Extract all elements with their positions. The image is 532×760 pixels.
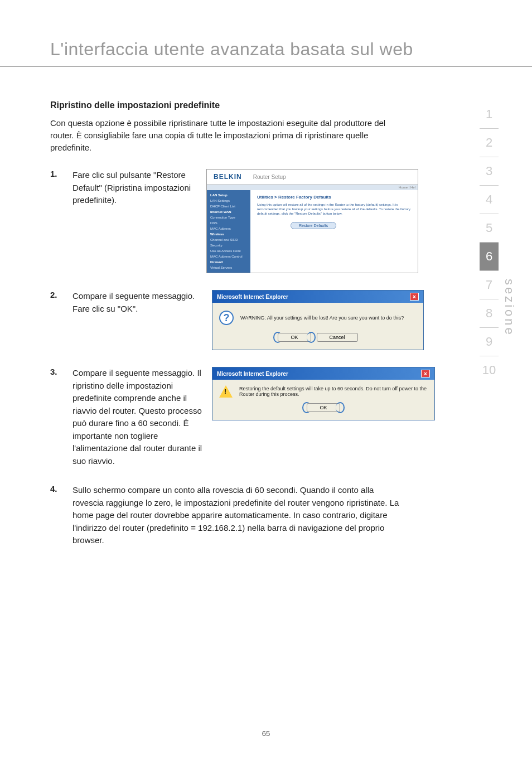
tab-6[interactable]: 6 <box>480 243 499 271</box>
intro-paragraph: Con questa opzione è possibile ripristin… <box>50 117 407 153</box>
sb-conn-type: Connection Type <box>207 215 250 220</box>
close-icon[interactable]: × <box>421 370 430 377</box>
page-title: L'interfaccia utente avanzata basata sul… <box>0 0 532 67</box>
content-area: Ripristino delle impostazioni predefinit… <box>0 100 457 547</box>
section-heading: Ripristino delle impostazioni predefinit… <box>50 100 407 110</box>
step-4-text: Sullo schermo compare un conto alla rove… <box>72 484 407 547</box>
sb-security: Security <box>207 243 250 248</box>
sb-firewall: Firewall <box>207 259 250 265</box>
step-3-text: Compare il seguente messaggio. Il ripris… <box>72 367 212 467</box>
sb-lan-settings: LAN Settings <box>207 198 250 204</box>
ie-warning-dialog: Microsoft Internet Explorer × ? WARNING:… <box>212 290 424 350</box>
ok-button[interactable]: OK <box>307 403 340 412</box>
ie-restore-dialog: Microsoft Internet Explorer × Restoring … <box>212 367 435 420</box>
sb-wireless: Wireless <box>207 231 250 237</box>
highlight-oval-right <box>336 402 345 413</box>
close-icon[interactable]: × <box>410 293 419 301</box>
sb-channel: Channel and SSID <box>207 237 250 243</box>
tab-5[interactable]: 5 <box>480 214 499 243</box>
tab-2[interactable]: 2 <box>480 129 499 157</box>
step-3-number: 3. <box>50 367 72 467</box>
sb-mac-ctrl: MAC Address Control <box>207 254 250 259</box>
router-setup-label: Router Setup <box>249 174 286 180</box>
dialog1-message: WARNING: All your settings will be lost!… <box>240 315 404 321</box>
step-2: 2. Compare il seguente messaggio. Fare c… <box>50 290 407 350</box>
router-setup-screenshot: BELKIN Router Setup Home | Hel LAN Setup… <box>206 169 418 273</box>
tab-8[interactable]: 8 <box>480 299 499 328</box>
step-1-number: 1. <box>50 169 72 207</box>
highlight-oval-right <box>307 332 316 343</box>
step-4: 4. Sullo schermo compare un conto alla r… <box>50 484 407 547</box>
tab-9[interactable]: 9 <box>480 328 499 356</box>
tab-10[interactable]: 10 <box>480 356 499 384</box>
section-tabs: 1 2 3 4 5 6 7 8 9 10 <box>480 100 499 384</box>
sb-wan: Internet WAN <box>207 209 250 215</box>
tab-4[interactable]: 4 <box>480 186 499 214</box>
step-1-text: Fare clic sul pulsante "Restore Default"… <box>72 169 206 207</box>
tab-7[interactable]: 7 <box>480 271 499 299</box>
sb-ap: Use as Access Point <box>207 248 250 254</box>
dialog2-message: Restoring the default settings will take… <box>239 386 428 397</box>
sb-vservers: Virtual Servers <box>207 265 250 270</box>
tab-1[interactable]: 1 <box>480 100 499 129</box>
step-2-number: 2. <box>50 290 72 315</box>
step-4-number: 4. <box>50 484 72 547</box>
router-main-title: Utilities > Restore Factory Defaults <box>257 195 411 200</box>
restore-defaults-button[interactable]: Restore Defaults <box>291 222 336 229</box>
question-icon: ? <box>219 311 234 325</box>
cancel-button[interactable]: Cancel <box>317 333 358 342</box>
router-main-panel: Utilities > Restore Factory Defaults Usi… <box>250 190 418 273</box>
belkin-logo: BELKIN <box>207 170 249 184</box>
sb-lan-setup: LAN Setup <box>207 192 250 198</box>
ok-button[interactable]: OK <box>278 333 311 342</box>
home-help-links: Home | Hel <box>207 185 418 190</box>
router-sidebar: LAN Setup LAN Settings DHCP Client List … <box>207 190 250 273</box>
side-label-sezione: sezione <box>502 279 516 337</box>
router-main-text: Using this option will restore all of th… <box>257 203 411 216</box>
warning-icon <box>219 385 233 398</box>
dialog2-title: Microsoft Internet Explorer <box>217 371 288 377</box>
step-2-text: Compare il seguente messaggio. Fare clic… <box>72 290 212 315</box>
sb-dns: DNS <box>207 220 250 226</box>
page-number: 65 <box>262 729 270 738</box>
sb-dhcp: DHCP Client List <box>207 204 250 209</box>
step-1: 1. Fare clic sul pulsante "Restore Defau… <box>50 169 407 273</box>
step-3: 3. Compare il seguente messaggio. Il rip… <box>50 367 407 467</box>
tab-3[interactable]: 3 <box>480 157 499 186</box>
sb-mac: MAC Address <box>207 226 250 231</box>
dialog1-title: Microsoft Internet Explorer <box>217 294 288 300</box>
